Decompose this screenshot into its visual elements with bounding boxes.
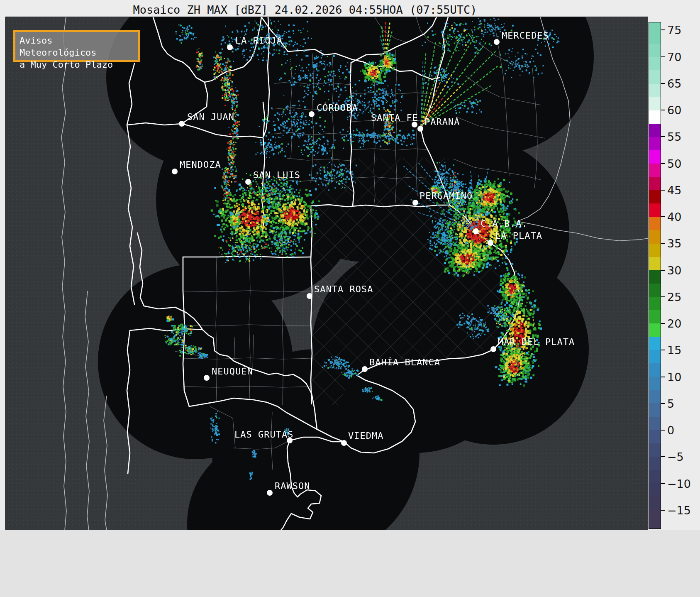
colorbar-tick-label: 65 [667,77,681,90]
colorbar-band [649,284,661,297]
colorbar-tick-label: 30 [667,264,681,276]
colorbar-band [649,310,661,323]
colorbar-band [649,510,661,528]
colorbar-band [649,457,661,470]
colorbar-tick-label: 15 [667,344,681,357]
city-dot [267,490,273,496]
colorbar-tick [661,403,665,404]
colorbar-band [649,84,661,97]
colorbar-tick [661,243,665,244]
colorbar-tick-label: 55 [667,130,681,143]
city-label: VIEDMA [348,431,383,441]
colorbar-tick [661,163,665,164]
city-label: C.A.B.A. [480,218,528,229]
footer-logos: Servicio Meteorológico Nacional Argentin… [0,530,700,597]
colorbar-band [649,57,661,70]
city-dot [245,179,251,185]
colorbar-band [649,483,661,497]
city-dot [473,228,479,234]
colorbar-band [649,363,661,377]
colorbar-band [649,390,661,403]
city-label: MERCEDES [502,30,549,41]
colorbar-tick [661,377,665,377]
colorbar-band [649,337,661,350]
colorbar-tick [661,483,665,484]
city-dot [341,440,347,446]
city-label: SAN JUAN [187,112,234,122]
colorbar-band [649,217,661,230]
colorbar-tick [661,29,665,30]
colorbar-band [649,377,661,390]
colorbar-tick [661,56,665,57]
colorbar-tick-label: −10 [667,477,691,490]
colorbar-tick [661,270,665,271]
city-dot [172,169,178,174]
colorbar-band [649,403,661,416]
radar-map: MERCEDESLA RIOJASAN JUANCÓRDOBASANTA FEP… [5,17,648,530]
city-label: SAN LUIS [253,170,300,180]
colorbar-band [649,257,661,270]
city-dot [307,293,312,299]
city-label: PERGAMINO [420,191,473,201]
colorbar-tick-label: 70 [667,50,681,63]
colorbar-band [649,430,661,443]
colorbar-band [649,230,661,243]
colorbar-tick-label: 50 [667,157,681,170]
city-label: SANTA FE [371,113,418,123]
city-dot [412,200,418,206]
city-label: MENDOZA [180,159,221,170]
city-label: RAWSON [275,481,310,491]
colorbar-band [649,44,661,57]
colorbar-band [649,190,661,203]
city-label: BAHÍA BLANCA [369,357,440,367]
colorbar-band [649,350,661,363]
colorbar-band [649,110,661,124]
radar-product-page: { "title": "Mosaico ZH MAX [dBZ] 24.02.2… [0,0,700,597]
colorbar-tick [661,190,665,191]
colorbar-band [649,443,661,457]
page-title: Mosaico ZH MAX [dBZ] 24.02.2026 04:55HOA… [0,3,610,16]
colorbar-band [649,297,661,310]
city-label: MAR DEL PLATA [498,337,575,347]
colorbar-tick-label: 20 [667,317,681,330]
colorbar-band [649,177,661,190]
colorbar-tick-label: −15 [667,504,691,517]
colorbar-tick [661,510,665,511]
city-dot [494,39,500,45]
colorbar-band [649,30,661,44]
colorbar-band [649,137,661,150]
city-label: LAS GRUTAS [234,429,293,440]
colorbar-band [649,124,661,137]
colorbar-tick-label: 25 [667,290,681,303]
city-dot [204,375,210,381]
colorbar-tick-label: −5 [667,450,684,463]
warnings-line2: a Muy Corto Plazo [20,59,134,71]
colorbar-band [649,244,661,257]
city-dot [490,346,496,352]
colorbar-tick-label: 40 [667,210,681,223]
colorbar-tick-label: 60 [667,104,681,117]
dbz-colorbar [649,22,661,529]
city-label: LA PLATA [495,230,542,241]
colorbar-tick-label: 45 [667,184,681,196]
colorbar-band [649,323,661,337]
colorbar-band [649,203,661,217]
colorbar-tick [661,83,665,84]
colorbar-tick-label: 35 [667,237,681,250]
warnings-overlay-box[interactable]: Avisos Meteorológicos a Muy Corto Plazo [13,30,140,62]
city-dot [417,126,423,132]
colorbar-tick [661,456,665,457]
colorbar-tick [661,216,665,217]
colorbar-tick [661,430,665,431]
colorbar-tick [661,323,665,324]
city-label: LA RIOJA [235,35,283,46]
colorbar-band [649,470,661,483]
colorbar-band [649,97,661,110]
colorbar-tick-label: 10 [667,370,681,383]
colorbar-tick [661,110,665,110]
colorbar-band [649,497,661,510]
colorbar-tick [661,296,665,297]
city-dot [488,240,493,246]
colorbar-band [649,270,661,284]
city-dot [362,366,368,372]
